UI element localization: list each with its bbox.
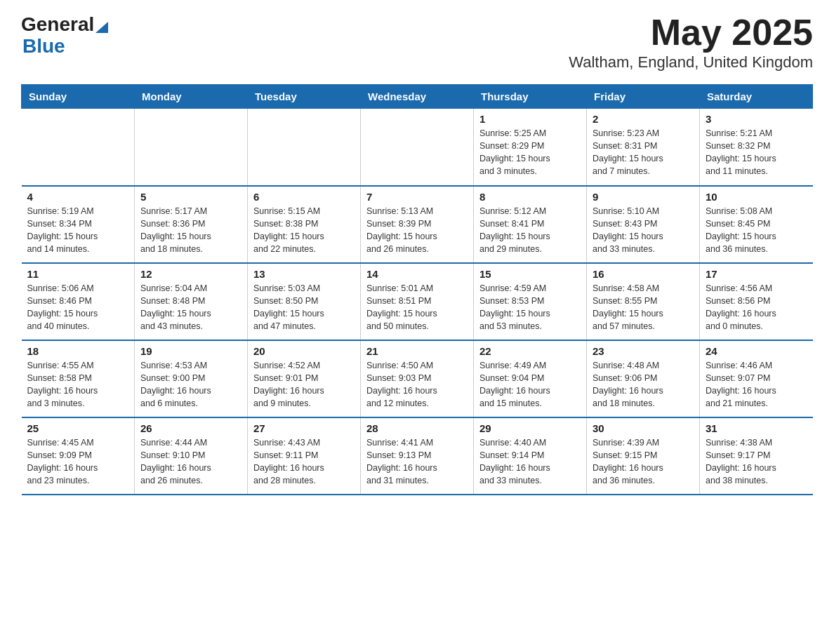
calendar-cell: 21Sunrise: 4:50 AM Sunset: 9:03 PM Dayli… [361, 340, 474, 417]
day-info: Sunrise: 4:49 AM Sunset: 9:04 PM Dayligh… [479, 359, 581, 410]
calendar-cell: 27Sunrise: 4:43 AM Sunset: 9:11 PM Dayli… [248, 417, 361, 495]
day-number: 30 [593, 422, 694, 434]
svg-marker-0 [95, 22, 108, 33]
calendar-cell: 11Sunrise: 5:06 AM Sunset: 8:46 PM Dayli… [22, 263, 135, 340]
calendar-cell [248, 109, 361, 186]
calendar-cell: 30Sunrise: 4:39 AM Sunset: 9:15 PM Dayli… [587, 417, 700, 495]
day-info: Sunrise: 4:52 AM Sunset: 9:01 PM Dayligh… [253, 359, 355, 410]
day-number: 1 [479, 113, 581, 125]
calendar-cell: 2Sunrise: 5:23 AM Sunset: 8:31 PM Daylig… [587, 109, 700, 186]
day-number: 14 [366, 268, 468, 280]
day-info: Sunrise: 5:25 AM Sunset: 8:29 PM Dayligh… [479, 127, 581, 178]
logo-general-text: General [21, 14, 94, 36]
day-info: Sunrise: 5:17 AM Sunset: 8:36 PM Dayligh… [140, 205, 241, 256]
day-number: 21 [366, 345, 468, 357]
day-number: 6 [253, 191, 355, 203]
day-info: Sunrise: 5:01 AM Sunset: 8:51 PM Dayligh… [366, 282, 468, 333]
day-number: 7 [366, 191, 468, 203]
day-number: 2 [593, 113, 694, 125]
day-number: 24 [706, 345, 807, 357]
day-info: Sunrise: 4:59 AM Sunset: 8:53 PM Dayligh… [479, 282, 581, 333]
day-number: 25 [27, 422, 129, 434]
calendar-cell: 25Sunrise: 4:45 AM Sunset: 9:09 PM Dayli… [22, 417, 135, 495]
day-info: Sunrise: 5:06 AM Sunset: 8:46 PM Dayligh… [27, 282, 129, 333]
day-info: Sunrise: 4:56 AM Sunset: 8:56 PM Dayligh… [706, 282, 807, 333]
day-number: 17 [706, 268, 807, 280]
calendar-cell: 29Sunrise: 4:40 AM Sunset: 9:14 PM Dayli… [474, 417, 587, 495]
day-info: Sunrise: 5:21 AM Sunset: 8:32 PM Dayligh… [706, 127, 807, 178]
weekday-header-saturday: Saturday [700, 85, 813, 109]
calendar-cell: 3Sunrise: 5:21 AM Sunset: 8:32 PM Daylig… [700, 109, 813, 186]
day-info: Sunrise: 5:13 AM Sunset: 8:39 PM Dayligh… [366, 205, 468, 256]
calendar-cell [22, 109, 135, 186]
weekday-header-tuesday: Tuesday [248, 85, 361, 109]
day-info: Sunrise: 5:12 AM Sunset: 8:41 PM Dayligh… [479, 205, 581, 256]
day-number: 4 [27, 191, 129, 203]
day-number: 5 [140, 191, 241, 203]
calendar-cell: 19Sunrise: 4:53 AM Sunset: 9:00 PM Dayli… [135, 340, 248, 417]
day-number: 10 [706, 191, 807, 203]
day-info: Sunrise: 4:41 AM Sunset: 9:13 PM Dayligh… [366, 436, 468, 488]
page-header: General Blue May 2025 Waltham, England, … [21, 14, 813, 72]
day-info: Sunrise: 5:23 AM Sunset: 8:31 PM Dayligh… [593, 127, 694, 178]
calendar-cell: 1Sunrise: 5:25 AM Sunset: 8:29 PM Daylig… [474, 109, 587, 186]
calendar-cell: 8Sunrise: 5:12 AM Sunset: 8:41 PM Daylig… [474, 186, 587, 263]
day-info: Sunrise: 4:53 AM Sunset: 9:00 PM Dayligh… [140, 359, 241, 410]
calendar-cell [361, 109, 474, 186]
day-number: 13 [253, 268, 355, 280]
calendar-cell: 13Sunrise: 5:03 AM Sunset: 8:50 PM Dayli… [248, 263, 361, 340]
logo-blue-text: Blue [22, 35, 65, 57]
day-info: Sunrise: 5:19 AM Sunset: 8:34 PM Dayligh… [27, 205, 129, 256]
calendar-cell: 7Sunrise: 5:13 AM Sunset: 8:39 PM Daylig… [361, 186, 474, 263]
day-number: 31 [706, 422, 807, 434]
calendar-cell: 17Sunrise: 4:56 AM Sunset: 8:56 PM Dayli… [700, 263, 813, 340]
day-info: Sunrise: 4:44 AM Sunset: 9:10 PM Dayligh… [140, 436, 241, 488]
day-info: Sunrise: 4:48 AM Sunset: 9:06 PM Dayligh… [593, 359, 694, 410]
day-info: Sunrise: 4:38 AM Sunset: 9:17 PM Dayligh… [706, 436, 807, 488]
day-number: 20 [253, 345, 355, 357]
calendar-cell: 22Sunrise: 4:49 AM Sunset: 9:04 PM Dayli… [474, 340, 587, 417]
day-number: 12 [140, 268, 241, 280]
weekday-header-monday: Monday [135, 85, 248, 109]
day-number: 27 [253, 422, 355, 434]
day-info: Sunrise: 4:45 AM Sunset: 9:09 PM Dayligh… [27, 436, 129, 488]
day-info: Sunrise: 4:43 AM Sunset: 9:11 PM Dayligh… [253, 436, 355, 488]
day-number: 3 [706, 113, 807, 125]
calendar-cell: 5Sunrise: 5:17 AM Sunset: 8:36 PM Daylig… [135, 186, 248, 263]
logo: General Blue [21, 14, 108, 58]
day-number: 28 [366, 422, 468, 434]
day-info: Sunrise: 4:46 AM Sunset: 9:07 PM Dayligh… [706, 359, 807, 410]
calendar-week-4: 18Sunrise: 4:55 AM Sunset: 8:58 PM Dayli… [22, 340, 813, 417]
calendar-cell: 23Sunrise: 4:48 AM Sunset: 9:06 PM Dayli… [587, 340, 700, 417]
day-number: 22 [479, 345, 581, 357]
weekday-header-sunday: Sunday [22, 85, 135, 109]
day-number: 19 [140, 345, 241, 357]
calendar-cell: 26Sunrise: 4:44 AM Sunset: 9:10 PM Dayli… [135, 417, 248, 495]
logo-block: General Blue [21, 14, 108, 58]
day-number: 9 [593, 191, 694, 203]
day-info: Sunrise: 4:39 AM Sunset: 9:15 PM Dayligh… [593, 436, 694, 488]
day-info: Sunrise: 4:58 AM Sunset: 8:55 PM Dayligh… [593, 282, 694, 333]
day-number: 16 [593, 268, 694, 280]
calendar-cell: 15Sunrise: 4:59 AM Sunset: 8:53 PM Dayli… [474, 263, 587, 340]
day-info: Sunrise: 5:15 AM Sunset: 8:38 PM Dayligh… [253, 205, 355, 256]
calendar-cell: 24Sunrise: 4:46 AM Sunset: 9:07 PM Dayli… [700, 340, 813, 417]
day-number: 29 [479, 422, 581, 434]
calendar-cell [135, 109, 248, 186]
day-info: Sunrise: 4:40 AM Sunset: 9:14 PM Dayligh… [479, 436, 581, 488]
day-info: Sunrise: 5:08 AM Sunset: 8:45 PM Dayligh… [706, 205, 807, 256]
calendar-week-3: 11Sunrise: 5:06 AM Sunset: 8:46 PM Dayli… [22, 263, 813, 340]
calendar-week-5: 25Sunrise: 4:45 AM Sunset: 9:09 PM Dayli… [22, 417, 813, 495]
calendar-location: Waltham, England, United Kingdom [569, 53, 813, 72]
day-info: Sunrise: 5:03 AM Sunset: 8:50 PM Dayligh… [253, 282, 355, 333]
calendar-cell: 9Sunrise: 5:10 AM Sunset: 8:43 PM Daylig… [587, 186, 700, 263]
calendar-cell: 14Sunrise: 5:01 AM Sunset: 8:51 PM Dayli… [361, 263, 474, 340]
day-number: 26 [140, 422, 241, 434]
day-number: 11 [27, 268, 129, 280]
logo-triangle-icon [95, 22, 108, 33]
calendar-cell: 12Sunrise: 5:04 AM Sunset: 8:48 PM Dayli… [135, 263, 248, 340]
calendar-title: May 2025 [569, 14, 813, 51]
calendar-cell: 16Sunrise: 4:58 AM Sunset: 8:55 PM Dayli… [587, 263, 700, 340]
calendar-cell: 10Sunrise: 5:08 AM Sunset: 8:45 PM Dayli… [700, 186, 813, 263]
day-info: Sunrise: 4:50 AM Sunset: 9:03 PM Dayligh… [366, 359, 468, 410]
